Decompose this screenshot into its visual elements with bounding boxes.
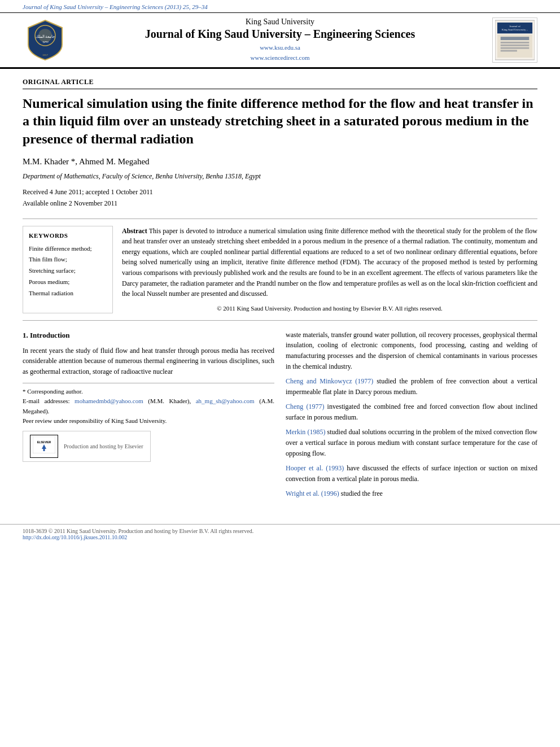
top-bar: Journal of King Saud University – Engine… xyxy=(0,0,560,13)
svg-rect-14 xyxy=(501,50,517,52)
bottom-bar: 1018-3639 © 2011 King Saud University. P… xyxy=(0,524,560,544)
footnote-email1[interactable]: mohamedmbd@yahoo.com xyxy=(75,397,143,404)
abstract-text: This paper is devoted to introduce a num… xyxy=(122,227,537,298)
body-columns: 1. Introduction In recent years the stud… xyxy=(23,330,537,504)
abstract-body: Abstract This paper is devoted to introd… xyxy=(122,226,537,313)
intro-left-text: In recent years the study of fluid flow … xyxy=(23,346,274,377)
university-name: King Saud University xyxy=(77,18,483,27)
footnote-divider xyxy=(23,383,274,383)
url1[interactable]: www.ksu.edu.sa xyxy=(260,44,300,51)
section-1-heading: 1. Introduction xyxy=(23,330,274,341)
bottom-issn: 1018-3639 © 2011 King Saud University. P… xyxy=(23,528,537,534)
right-column: waste materials, transfer ground water p… xyxy=(286,330,537,504)
authors: M.M. Khader *, Ahmed M. Megahed xyxy=(23,157,537,167)
left-column: 1. Introduction In recent years the stud… xyxy=(23,330,274,504)
wright-link[interactable]: Wright et al. (1996) xyxy=(286,490,339,497)
date-received: Received 4 June 2011; accepted 1 October… xyxy=(23,188,153,196)
dates: Received 4 June 2011; accepted 1 October… xyxy=(23,186,537,209)
svg-rect-12 xyxy=(501,45,530,46)
merkin-link[interactable]: Merkin (1985) xyxy=(286,428,325,436)
svg-text:1957: 1957 xyxy=(42,54,49,56)
journal-title: Journal of King Saud University – Engine… xyxy=(77,28,483,41)
affiliation: Department of Mathematics, Faculty of Sc… xyxy=(23,172,537,181)
keywords-list: Finite difference method; Thin film flow… xyxy=(29,243,107,299)
cheng-minkowycz-link[interactable]: Cheng and Minkowycz (1977) xyxy=(286,377,373,385)
svg-rect-10 xyxy=(501,37,530,40)
footnote-corresponding: * Corresponding author. xyxy=(23,388,83,395)
elsevier-tagline: Production and hosting by Elsevier xyxy=(64,442,143,451)
article-title: Numerical simulation using the finite di… xyxy=(23,95,537,148)
peer-review-text: Peer review under responsibility of King… xyxy=(23,417,167,424)
intro-right-text2: Cheng and Minkowycz (1977) studied the p… xyxy=(286,376,537,397)
keyword-1: Finite difference method; xyxy=(29,243,107,255)
svg-rect-11 xyxy=(501,42,530,43)
intro-right-text4: Merkin (1985) studied dual solutions occ… xyxy=(286,427,537,458)
journal-citation: Journal of King Saud University – Engine… xyxy=(23,3,208,10)
elsevier-logo: ELSEVIER xyxy=(30,435,58,458)
url2[interactable]: www.sciencedirect.com xyxy=(251,54,310,61)
svg-text:ELSEVIER: ELSEVIER xyxy=(37,440,51,444)
footnote-area: * Corresponding author. E-mail addresses… xyxy=(23,383,274,426)
header-center: King Saud University Journal of King Sau… xyxy=(77,18,483,63)
keywords-title: KEYWORDS xyxy=(29,232,107,239)
keyword-4: Porous medium; xyxy=(29,277,107,288)
footnote-email1-name: (M.M. Khader), xyxy=(148,397,191,404)
intro-right-text6: Wright et al. (1996) studied the free xyxy=(286,488,537,499)
page-header: جامعة الملك سعود 1957 King Saud Universi… xyxy=(0,13,560,69)
footnote-email-label: E-mail addresses: xyxy=(23,397,75,404)
intro-right-text1: waste materials, transfer ground water p… xyxy=(286,330,537,372)
hooper-link[interactable]: Hooper et al. (1993) xyxy=(286,464,344,472)
abstract-section: KEYWORDS Finite difference method; Thin … xyxy=(23,219,537,321)
date-available: Available online 2 November 2011 xyxy=(23,199,117,207)
cheng-link[interactable]: Cheng (1977) xyxy=(286,403,324,410)
intro-right-text3: Cheng (1977) investigated the combined f… xyxy=(286,401,537,422)
svg-rect-13 xyxy=(501,47,530,49)
svg-rect-18 xyxy=(43,449,45,451)
ksu-logo-left: جامعة الملك سعود 1957 xyxy=(23,18,68,63)
peer-review-note: Peer review under responsibility of King… xyxy=(23,416,274,426)
keyword-2: Thin film flow; xyxy=(29,254,107,265)
svg-text:King Saud University –: King Saud University – xyxy=(502,29,528,32)
keyword-5: Thermal radiation xyxy=(29,288,107,299)
intro-right-text5: Hooper et al. (1993) have discussed the … xyxy=(286,463,537,484)
footnote-email2[interactable]: ah_mg_sh@yahoo.com xyxy=(196,397,255,404)
elsevier-production-box: ELSEVIER Production and hosting by Elsev… xyxy=(23,431,151,462)
header-urls: www.ksu.edu.sa www.sciencedirect.com xyxy=(77,43,483,63)
keywords-box: KEYWORDS Finite difference method; Thin … xyxy=(23,226,113,313)
keyword-3: Stretching surface; xyxy=(29,265,107,277)
corresponding-author-note: * Corresponding author. E-mail addresses… xyxy=(23,387,274,417)
journal-cover-thumbnail: Journal of King Saud University – xyxy=(492,18,537,63)
bottom-doi[interactable]: http://dx.doi.org/10.1016/j.jksues.2011.… xyxy=(23,534,127,540)
abstract-copyright: © 2011 King Saud University. Production … xyxy=(122,304,537,313)
article-type: ORIGINAL ARTICLE xyxy=(23,78,537,89)
svg-text:Journal of: Journal of xyxy=(509,25,520,28)
svg-text:جامعة الملك: جامعة الملك xyxy=(36,34,55,39)
wright-text: studied the free xyxy=(341,490,383,497)
abstract-label: Abstract xyxy=(122,227,147,235)
main-content: ORIGINAL ARTICLE Numerical simulation us… xyxy=(0,69,560,513)
